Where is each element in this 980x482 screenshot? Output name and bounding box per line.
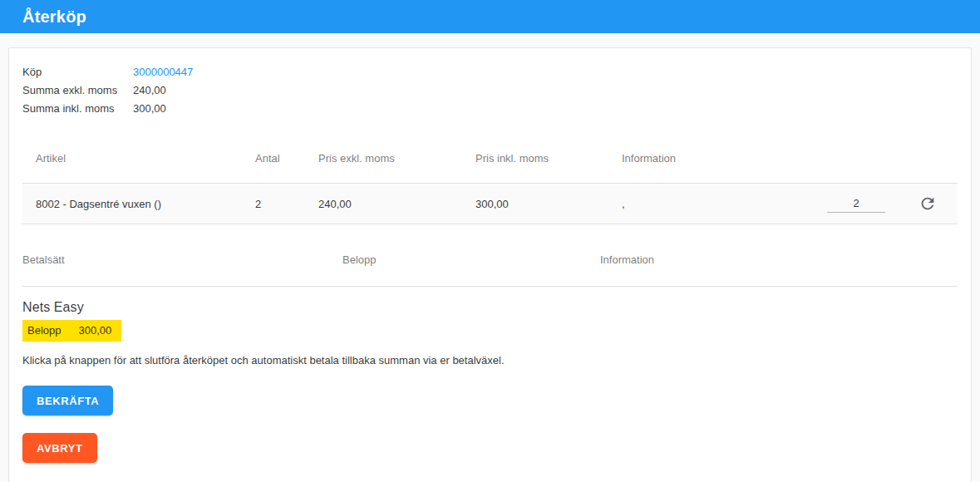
refresh-icon [918,194,937,213]
sum-excl-label: Summa exkl. moms [22,81,133,100]
cell-artikel: 8002 - Dagsentré vuxen () [22,198,255,210]
col-header-pris-inkl: Pris inkl. moms [475,152,622,165]
summary-row-purchase: Köp 3000000447 [22,63,958,81]
col-header-pay-information: Information [600,253,958,266]
payment-provider-title: Nets Easy [22,300,958,315]
cell-pris-inkl: 300,00 [475,198,622,210]
summary-row-sum-excl: Summa exkl. moms 240,00 [22,81,958,100]
confirm-button[interactable]: BEKRÄFTA [22,386,113,416]
sum-excl-value: 240,00 [133,81,166,100]
col-header-information: Information [622,152,815,165]
col-header-betalsatt: Betalsätt [22,253,342,266]
amount-value: 300,00 [78,324,111,337]
purchase-label: Köp [22,63,133,81]
purchase-summary: Köp 3000000447 Summa exkl. moms 240,00 S… [9,48,971,118]
payment-section: Nets Easy Belopp 300,00 Klicka på knappe… [9,287,971,463]
col-header-antal: Antal [255,152,318,165]
col-header-artikel: Artikel [22,152,255,165]
cancel-button[interactable]: AVBRYT [22,433,97,463]
payments-table-header: Betalsätt Belopp Information [22,253,958,287]
col-header-belopp: Belopp [342,253,600,266]
cell-pris-exkl: 240,00 [318,198,475,210]
refresh-button[interactable] [916,192,939,215]
sum-incl-value: 300,00 [133,100,166,118]
summary-row-sum-incl: Summa inkl. moms 300,00 [22,100,958,118]
cell-antal: 2 [255,198,318,210]
col-header-pris-exkl: Pris exkl. moms [318,152,475,165]
purchase-number-link[interactable]: 3000000447 [133,63,193,81]
sum-incl-label: Summa inkl. moms [22,100,133,118]
refund-card: Köp 3000000447 Summa exkl. moms 240,00 S… [8,47,972,482]
refund-quantity-input[interactable] [827,195,885,213]
app-header: Återköp [0,0,980,33]
cell-information: , [622,198,815,210]
page-title: Återköp [22,7,86,27]
items-table-header: Artikel Antal Pris exkl. moms Pris inkl.… [22,150,958,166]
amount-highlight-badge: Belopp 300,00 [22,320,121,342]
items-table: Artikel Antal Pris exkl. moms Pris inkl.… [22,150,958,224]
amount-label: Belopp [27,324,61,337]
instruction-text: Klicka på knappen för att slutföra återk… [22,354,958,366]
table-row: 8002 - Dagsentré vuxen () 2 240,00 300,0… [22,183,958,224]
